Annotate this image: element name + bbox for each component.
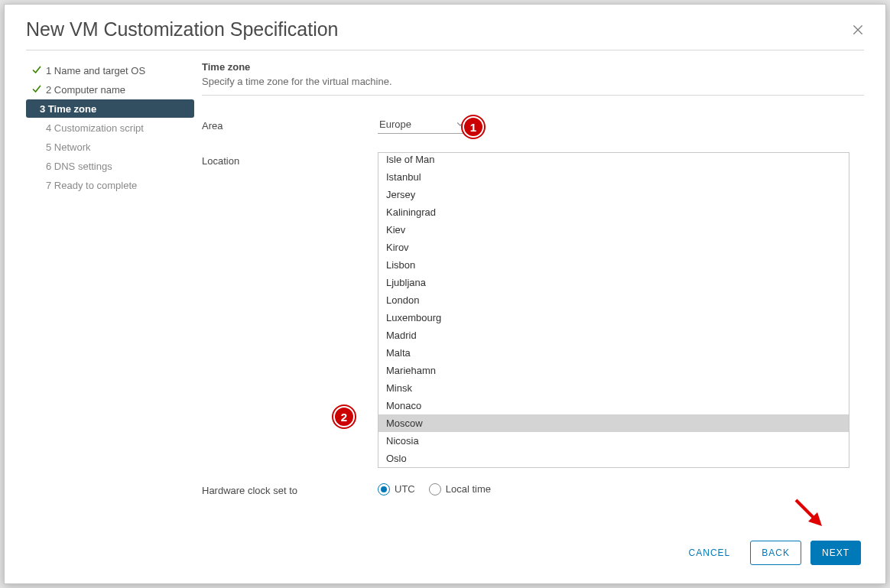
wizard-content: Time zone Specify a time zone for the vi… (202, 61, 864, 525)
sidebar-step-computer-name[interactable]: 2 Computer name (26, 80, 194, 99)
list-item[interactable]: Madrid (378, 326, 849, 344)
list-item[interactable]: Kiev (378, 221, 849, 239)
cancel-button[interactable]: CANCEL (678, 541, 742, 565)
list-item[interactable]: Ljubljana (378, 274, 849, 291)
callout-1: 1 (463, 116, 484, 138)
modal-body: 1 Name and target OS 2 Computer name 3 T… (5, 50, 885, 525)
modal-title: New VM Customization Specification (26, 18, 339, 41)
close-icon[interactable] (852, 24, 864, 36)
sidebar-step-label: 1 Name and target OS (46, 65, 145, 76)
list-item[interactable]: Istanbul (378, 168, 849, 186)
list-item[interactable]: Isle of Man (378, 152, 849, 168)
sidebar-step-label: 7 Ready to complete (46, 180, 137, 191)
wizard-sidebar: 1 Name and target OS 2 Computer name 3 T… (26, 61, 202, 525)
form-row-area: Area Europe (202, 117, 864, 134)
area-select-value: Europe (379, 119, 411, 130)
sidebar-step-label: 5 Network (46, 141, 91, 153)
sidebar-step-ready-complete[interactable]: 7 Ready to complete (26, 176, 194, 194)
check-icon (32, 66, 41, 75)
area-select[interactable]: Europe (378, 117, 468, 134)
content-title: Time zone (202, 61, 864, 73)
radio-icon (378, 483, 390, 495)
form-row-hwclock: Hardware clock set to UTC Local time (202, 482, 864, 496)
hwclock-label: Hardware clock set to (202, 482, 378, 496)
list-item[interactable]: Moscow (378, 414, 849, 432)
form-section: Area Europe Location Isl (202, 117, 864, 515)
list-item[interactable]: Lisbon (378, 256, 849, 274)
sidebar-step-dns-settings[interactable]: 6 DNS settings (26, 157, 194, 175)
sidebar-step-label: 3 Time zone (40, 103, 96, 115)
sidebar-step-label: 4 Customization script (46, 122, 144, 134)
list-item[interactable]: Jersey (378, 186, 849, 203)
sidebar-step-name-os[interactable]: 1 Name and target OS (26, 61, 194, 80)
list-item[interactable]: Kaliningrad (378, 203, 849, 221)
check-icon (32, 85, 41, 94)
hwclock-radio-utc[interactable]: UTC (378, 483, 415, 495)
sidebar-step-label: 6 DNS settings (46, 161, 112, 172)
radio-label: UTC (395, 483, 415, 495)
sidebar-step-network[interactable]: 5 Network (26, 138, 194, 156)
radio-label: Local time (446, 483, 491, 495)
area-label: Area (202, 117, 378, 134)
divider (202, 95, 864, 96)
list-item[interactable]: Luxembourg (378, 309, 849, 326)
form-row-location: Location Isle of ManIstanbulJerseyKalini… (202, 152, 864, 468)
sidebar-step-label: 2 Computer name (46, 84, 125, 96)
callout-2: 2 (333, 406, 355, 427)
modal-footer: CANCEL BACK NEXT (5, 525, 885, 583)
sidebar-step-customization-script[interactable]: 4 Customization script (26, 119, 194, 137)
list-item[interactable]: Mariehamn (378, 362, 849, 379)
back-button[interactable]: BACK (750, 541, 801, 565)
location-listbox[interactable]: Isle of ManIstanbulJerseyKaliningradKiev… (378, 152, 849, 468)
modal-header: New VM Customization Specification (5, 5, 885, 50)
hwclock-radio-local[interactable]: Local time (429, 483, 491, 495)
list-item[interactable]: Kirov (378, 239, 849, 256)
content-description: Specify a time zone for the virtual mach… (202, 76, 864, 87)
next-button[interactable]: NEXT (810, 541, 861, 565)
wizard-modal: New VM Customization Specification 1 Nam… (4, 4, 886, 584)
sidebar-step-time-zone[interactable]: 3 Time zone (26, 99, 194, 118)
list-item[interactable]: Minsk (378, 379, 849, 397)
arrow-icon (791, 495, 827, 534)
list-item[interactable]: Monaco (378, 397, 849, 414)
list-item[interactable]: London (378, 291, 849, 309)
list-item[interactable]: Malta (378, 344, 849, 362)
radio-icon (429, 483, 441, 495)
list-item[interactable]: Oslo (378, 450, 849, 467)
list-item[interactable]: Nicosia (378, 432, 849, 450)
